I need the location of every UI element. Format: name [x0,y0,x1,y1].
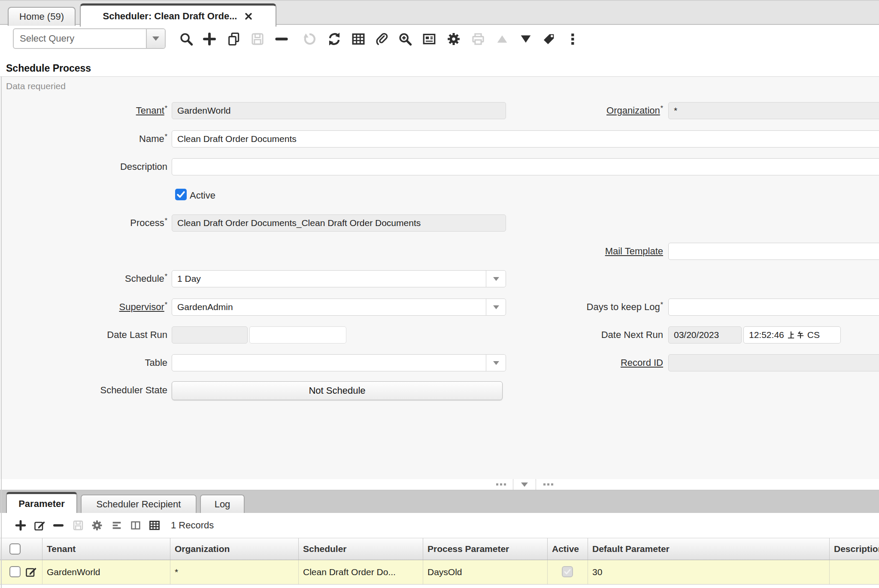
tab-parameter[interactable]: Parameter [6,492,77,513]
main-toolbar: Select Query [0,27,879,61]
description-field[interactable] [172,158,879,175]
date-last-run-time-field[interactable] [249,326,346,344]
window-left-border [1,76,2,588]
page-title: Schedule Process [6,63,91,74]
column-header-active[interactable]: Active [547,538,588,560]
column-header-scheduler[interactable]: Scheduler [298,538,423,560]
close-tab-icon[interactable] [244,12,253,21]
detail-sequence-icon[interactable] [111,519,123,531]
tab-log[interactable]: Log [200,495,245,513]
scheduler-state-button[interactable]: Not Schedule [172,381,503,400]
active-label: Active [190,190,215,201]
splitter-expand-down-icon[interactable] [521,482,528,487]
tab-scheduler-recipient-label: Scheduler Recipient [97,499,181,510]
splitter-bar[interactable] [0,479,879,490]
table-combobox[interactable] [172,354,506,371]
expand-icon[interactable] [518,32,533,46]
column-header-default-parameter[interactable]: Default Parameter [588,538,829,560]
schedule-value[interactable]: 1 Day [172,271,486,287]
date-last-run-date-field[interactable] [172,326,248,344]
tab-scheduler[interactable]: Scheduler: Clean Draft Orde... [80,3,276,27]
row-cell-description[interactable] [829,560,879,584]
select-query-value[interactable]: Select Query [14,29,146,48]
active-checkbox[interactable] [175,189,187,200]
tab-scheduler-recipient[interactable]: Scheduler Recipient [81,495,197,513]
detail-new-icon[interactable] [15,519,27,531]
process-field[interactable]: Clean Draft Order Documents_Clean Draft … [172,214,506,232]
detail-process-gear-icon[interactable] [91,519,103,531]
collapse-icon[interactable] [495,32,509,46]
schedule-dropdown-button[interactable] [486,271,506,287]
process-gear-icon[interactable] [446,32,461,46]
name-field[interactable]: Clean Draft Order Documents [172,130,879,148]
window-tab-bar: Home (59) Scheduler: Clean Draft Orde... [0,0,879,25]
organization-field[interactable]: * [668,102,879,119]
supervisor-value[interactable]: GardenAdmin [172,299,486,315]
label-tag-icon[interactable] [542,32,556,46]
column-header-description[interactable]: Description [829,538,879,560]
days-to-keep-log-field[interactable] [668,299,879,316]
select-query-combobox[interactable]: Select Query [13,28,166,49]
new-record-icon[interactable] [202,32,217,46]
detail-toggle-panes-icon[interactable] [130,519,142,531]
mail-template-field[interactable] [668,243,879,260]
tab-home[interactable]: Home (59) [8,7,76,26]
row-edit-icon[interactable] [25,566,37,578]
row-cell-tenant[interactable]: GardenWorld [42,560,170,584]
record-id-label: Record ID [500,357,663,368]
splitter-divider [513,479,513,490]
column-header-tenant[interactable]: Tenant [42,538,170,560]
time-value: 12:52:46 [749,327,784,343]
table-value[interactable] [172,355,486,371]
group-label: Data requeried [6,81,66,91]
header-select-all-cell [0,538,42,560]
column-header-process-parameter[interactable]: Process Parameter [423,538,547,560]
detail-delete-icon[interactable] [52,519,64,531]
search-icon[interactable] [179,32,194,46]
description-label: Description [4,161,167,172]
process-label: Process* [4,217,167,229]
splitter-divider [536,479,536,490]
delete-record-icon[interactable] [274,32,289,46]
tab-home-label: Home (59) [19,11,64,22]
detail-grid-icon[interactable] [149,519,161,531]
tab-parameter-label: Parameter [18,498,65,510]
record-id-field[interactable] [668,354,879,371]
date-next-run-time-field[interactable]: 12:52:46 CS [743,326,841,344]
splitter-collapse-up-handle[interactable] [496,483,506,485]
zoom-across-icon[interactable] [398,32,412,46]
row-cell-process-parameter[interactable]: DaysOld [423,560,547,584]
tenant-field[interactable]: GardenWorld [172,102,506,119]
name-label: Name* [4,133,167,145]
copy-record-icon[interactable] [227,32,241,46]
tab-log-label: Log [215,499,230,510]
grid-row[interactable]: GardenWorld * Clean Draft Order Do... Da… [0,560,879,585]
days-to-keep-log-label: Days to keep Log* [500,302,663,313]
grid-toggle-icon[interactable] [351,32,366,46]
more-options-icon[interactable] [565,32,580,46]
column-header-organization[interactable]: Organization [170,538,298,560]
date-next-run-date-field[interactable]: 03/20/2023 [668,326,742,344]
report-icon[interactable] [422,32,436,46]
save-icon[interactable] [250,32,265,46]
row-cell-organization[interactable]: * [170,560,298,584]
chevron-down-icon [493,277,499,281]
supervisor-combobox[interactable]: GardenAdmin [172,299,506,316]
select-all-checkbox[interactable] [9,543,21,555]
undo-icon[interactable] [302,32,317,46]
select-query-dropdown-button[interactable] [146,29,165,48]
row-checkbox[interactable] [9,566,21,577]
row-cell-scheduler[interactable]: Clean Draft Order Do... [298,560,423,584]
attachment-icon[interactable] [375,32,389,46]
schedule-combobox[interactable]: 1 Day [172,270,506,287]
print-icon[interactable] [471,32,485,46]
schedule-label: Schedule* [4,273,167,284]
row-cell-default-parameter[interactable]: 30 [588,560,829,584]
chevron-down-icon [152,36,159,41]
detail-edit-icon[interactable] [33,519,45,531]
scheduler-window: Home (59) Scheduler: Clean Draft Orde...… [0,0,879,588]
chevron-down-icon [493,361,499,365]
refresh-icon[interactable] [327,32,342,46]
splitter-collapse-down-handle[interactable] [543,483,553,485]
detail-save-icon[interactable] [72,519,84,531]
